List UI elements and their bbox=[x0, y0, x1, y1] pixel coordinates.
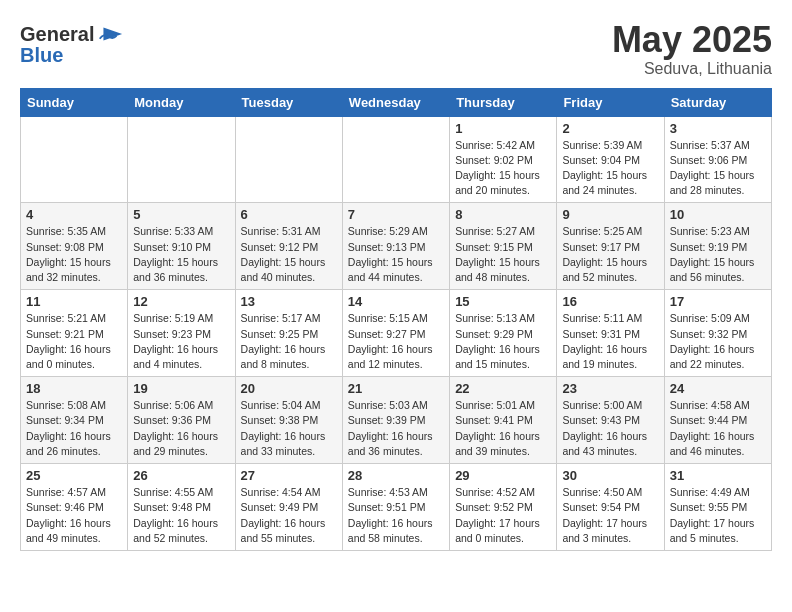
calendar-cell: 26Sunrise: 4:55 AM Sunset: 9:48 PM Dayli… bbox=[128, 464, 235, 551]
day-info: Sunrise: 5:01 AM Sunset: 9:41 PM Dayligh… bbox=[455, 398, 551, 459]
day-number: 9 bbox=[562, 207, 658, 222]
calendar-cell bbox=[342, 116, 449, 203]
calendar-cell: 27Sunrise: 4:54 AM Sunset: 9:49 PM Dayli… bbox=[235, 464, 342, 551]
day-info: Sunrise: 5:37 AM Sunset: 9:06 PM Dayligh… bbox=[670, 138, 766, 199]
day-number: 8 bbox=[455, 207, 551, 222]
calendar-cell: 25Sunrise: 4:57 AM Sunset: 9:46 PM Dayli… bbox=[21, 464, 128, 551]
logo: General Blue bbox=[20, 20, 126, 67]
day-number: 16 bbox=[562, 294, 658, 309]
day-number: 5 bbox=[133, 207, 229, 222]
day-number: 11 bbox=[26, 294, 122, 309]
calendar-cell: 6Sunrise: 5:31 AM Sunset: 9:12 PM Daylig… bbox=[235, 203, 342, 290]
day-info: Sunrise: 5:27 AM Sunset: 9:15 PM Dayligh… bbox=[455, 224, 551, 285]
weekday-header: Saturday bbox=[664, 88, 771, 116]
day-info: Sunrise: 4:52 AM Sunset: 9:52 PM Dayligh… bbox=[455, 485, 551, 546]
day-info: Sunrise: 5:03 AM Sunset: 9:39 PM Dayligh… bbox=[348, 398, 444, 459]
calendar-week-row: 1Sunrise: 5:42 AM Sunset: 9:02 PM Daylig… bbox=[21, 116, 772, 203]
day-info: Sunrise: 5:15 AM Sunset: 9:27 PM Dayligh… bbox=[348, 311, 444, 372]
calendar-cell: 20Sunrise: 5:04 AM Sunset: 9:38 PM Dayli… bbox=[235, 377, 342, 464]
day-info: Sunrise: 4:50 AM Sunset: 9:54 PM Dayligh… bbox=[562, 485, 658, 546]
day-number: 29 bbox=[455, 468, 551, 483]
logo-icon bbox=[96, 20, 124, 48]
weekday-header: Wednesday bbox=[342, 88, 449, 116]
day-number: 4 bbox=[26, 207, 122, 222]
weekday-header: Tuesday bbox=[235, 88, 342, 116]
day-info: Sunrise: 5:31 AM Sunset: 9:12 PM Dayligh… bbox=[241, 224, 337, 285]
day-info: Sunrise: 5:00 AM Sunset: 9:43 PM Dayligh… bbox=[562, 398, 658, 459]
calendar-week-row: 18Sunrise: 5:08 AM Sunset: 9:34 PM Dayli… bbox=[21, 377, 772, 464]
calendar-cell: 18Sunrise: 5:08 AM Sunset: 9:34 PM Dayli… bbox=[21, 377, 128, 464]
day-info: Sunrise: 5:42 AM Sunset: 9:02 PM Dayligh… bbox=[455, 138, 551, 199]
calendar-cell: 5Sunrise: 5:33 AM Sunset: 9:10 PM Daylig… bbox=[128, 203, 235, 290]
weekday-header: Thursday bbox=[450, 88, 557, 116]
day-number: 15 bbox=[455, 294, 551, 309]
day-info: Sunrise: 5:13 AM Sunset: 9:29 PM Dayligh… bbox=[455, 311, 551, 372]
day-info: Sunrise: 4:53 AM Sunset: 9:51 PM Dayligh… bbox=[348, 485, 444, 546]
day-info: Sunrise: 4:58 AM Sunset: 9:44 PM Dayligh… bbox=[670, 398, 766, 459]
day-number: 10 bbox=[670, 207, 766, 222]
calendar-cell: 16Sunrise: 5:11 AM Sunset: 9:31 PM Dayli… bbox=[557, 290, 664, 377]
day-info: Sunrise: 5:35 AM Sunset: 9:08 PM Dayligh… bbox=[26, 224, 122, 285]
calendar-cell: 1Sunrise: 5:42 AM Sunset: 9:02 PM Daylig… bbox=[450, 116, 557, 203]
day-number: 18 bbox=[26, 381, 122, 396]
day-info: Sunrise: 5:39 AM Sunset: 9:04 PM Dayligh… bbox=[562, 138, 658, 199]
calendar-cell: 15Sunrise: 5:13 AM Sunset: 9:29 PM Dayli… bbox=[450, 290, 557, 377]
weekday-header: Sunday bbox=[21, 88, 128, 116]
day-info: Sunrise: 5:21 AM Sunset: 9:21 PM Dayligh… bbox=[26, 311, 122, 372]
day-info: Sunrise: 5:29 AM Sunset: 9:13 PM Dayligh… bbox=[348, 224, 444, 285]
day-number: 6 bbox=[241, 207, 337, 222]
day-info: Sunrise: 4:54 AM Sunset: 9:49 PM Dayligh… bbox=[241, 485, 337, 546]
day-number: 19 bbox=[133, 381, 229, 396]
calendar-cell: 4Sunrise: 5:35 AM Sunset: 9:08 PM Daylig… bbox=[21, 203, 128, 290]
calendar-week-row: 4Sunrise: 5:35 AM Sunset: 9:08 PM Daylig… bbox=[21, 203, 772, 290]
day-info: Sunrise: 4:49 AM Sunset: 9:55 PM Dayligh… bbox=[670, 485, 766, 546]
day-number: 21 bbox=[348, 381, 444, 396]
calendar-cell: 21Sunrise: 5:03 AM Sunset: 9:39 PM Dayli… bbox=[342, 377, 449, 464]
day-number: 24 bbox=[670, 381, 766, 396]
day-info: Sunrise: 5:04 AM Sunset: 9:38 PM Dayligh… bbox=[241, 398, 337, 459]
calendar-cell: 22Sunrise: 5:01 AM Sunset: 9:41 PM Dayli… bbox=[450, 377, 557, 464]
calendar-cell bbox=[128, 116, 235, 203]
day-info: Sunrise: 5:19 AM Sunset: 9:23 PM Dayligh… bbox=[133, 311, 229, 372]
day-number: 14 bbox=[348, 294, 444, 309]
day-info: Sunrise: 5:25 AM Sunset: 9:17 PM Dayligh… bbox=[562, 224, 658, 285]
calendar-cell: 2Sunrise: 5:39 AM Sunset: 9:04 PM Daylig… bbox=[557, 116, 664, 203]
location: Seduva, Lithuania bbox=[612, 60, 772, 78]
logo-general: General bbox=[20, 23, 94, 46]
calendar-cell: 3Sunrise: 5:37 AM Sunset: 9:06 PM Daylig… bbox=[664, 116, 771, 203]
weekday-header: Friday bbox=[557, 88, 664, 116]
day-info: Sunrise: 5:23 AM Sunset: 9:19 PM Dayligh… bbox=[670, 224, 766, 285]
day-number: 12 bbox=[133, 294, 229, 309]
day-info: Sunrise: 5:06 AM Sunset: 9:36 PM Dayligh… bbox=[133, 398, 229, 459]
calendar-cell bbox=[235, 116, 342, 203]
calendar-week-row: 25Sunrise: 4:57 AM Sunset: 9:46 PM Dayli… bbox=[21, 464, 772, 551]
day-info: Sunrise: 4:57 AM Sunset: 9:46 PM Dayligh… bbox=[26, 485, 122, 546]
day-number: 28 bbox=[348, 468, 444, 483]
day-info: Sunrise: 4:55 AM Sunset: 9:48 PM Dayligh… bbox=[133, 485, 229, 546]
weekday-header: Monday bbox=[128, 88, 235, 116]
day-number: 25 bbox=[26, 468, 122, 483]
day-number: 3 bbox=[670, 121, 766, 136]
day-info: Sunrise: 5:09 AM Sunset: 9:32 PM Dayligh… bbox=[670, 311, 766, 372]
calendar-cell: 29Sunrise: 4:52 AM Sunset: 9:52 PM Dayli… bbox=[450, 464, 557, 551]
calendar-cell: 14Sunrise: 5:15 AM Sunset: 9:27 PM Dayli… bbox=[342, 290, 449, 377]
calendar-cell: 12Sunrise: 5:19 AM Sunset: 9:23 PM Dayli… bbox=[128, 290, 235, 377]
day-number: 1 bbox=[455, 121, 551, 136]
calendar-cell: 23Sunrise: 5:00 AM Sunset: 9:43 PM Dayli… bbox=[557, 377, 664, 464]
day-number: 7 bbox=[348, 207, 444, 222]
calendar-cell: 8Sunrise: 5:27 AM Sunset: 9:15 PM Daylig… bbox=[450, 203, 557, 290]
day-info: Sunrise: 5:17 AM Sunset: 9:25 PM Dayligh… bbox=[241, 311, 337, 372]
day-number: 26 bbox=[133, 468, 229, 483]
calendar-cell: 19Sunrise: 5:06 AM Sunset: 9:36 PM Dayli… bbox=[128, 377, 235, 464]
day-number: 27 bbox=[241, 468, 337, 483]
calendar-cell: 10Sunrise: 5:23 AM Sunset: 9:19 PM Dayli… bbox=[664, 203, 771, 290]
calendar-week-row: 11Sunrise: 5:21 AM Sunset: 9:21 PM Dayli… bbox=[21, 290, 772, 377]
day-info: Sunrise: 5:08 AM Sunset: 9:34 PM Dayligh… bbox=[26, 398, 122, 459]
day-number: 23 bbox=[562, 381, 658, 396]
calendar-cell: 11Sunrise: 5:21 AM Sunset: 9:21 PM Dayli… bbox=[21, 290, 128, 377]
day-number: 30 bbox=[562, 468, 658, 483]
calendar-cell: 24Sunrise: 4:58 AM Sunset: 9:44 PM Dayli… bbox=[664, 377, 771, 464]
day-number: 13 bbox=[241, 294, 337, 309]
day-number: 17 bbox=[670, 294, 766, 309]
calendar-cell: 30Sunrise: 4:50 AM Sunset: 9:54 PM Dayli… bbox=[557, 464, 664, 551]
